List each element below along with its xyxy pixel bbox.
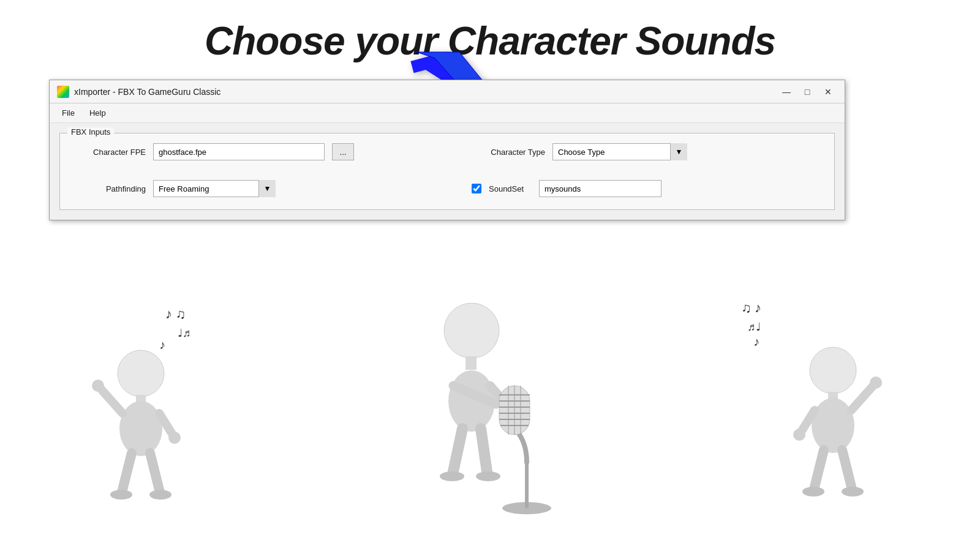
- svg-point-41: [812, 398, 854, 453]
- soundset-checkbox-wrapper: [472, 184, 481, 193]
- center-figure: [392, 282, 588, 514]
- minimize-button[interactable]: —: [777, 85, 796, 99]
- svg-point-35: [476, 471, 500, 481]
- svg-point-14: [149, 490, 172, 500]
- bottom-decoration: ♪ ♫ ♩♬ ♪: [0, 282, 980, 551]
- form-rows: Character FPE ... Pathfinding Free Roami…: [72, 143, 822, 197]
- right-figure-svg: ♫ ♪ ♬♩ ♪: [735, 282, 907, 514]
- svg-text:♬♩: ♬♩: [747, 321, 761, 333]
- window-body: FBX Inputs Character FPE ... Pathfinding: [50, 123, 845, 220]
- svg-point-49: [842, 487, 864, 497]
- character-type-row: Character Type Choose Type Enemy Friendl…: [472, 143, 822, 160]
- window-titlebar: xImporter - FBX To GameGuru Classic — □ …: [50, 80, 845, 103]
- svg-point-15: [444, 303, 499, 358]
- svg-point-8: [92, 380, 104, 392]
- browse-button[interactable]: ...: [332, 143, 354, 160]
- svg-line-11: [123, 453, 132, 490]
- svg-point-39: [810, 347, 856, 394]
- left-figure-svg: ♪ ♫ ♩♬ ♪: [74, 282, 245, 514]
- character-type-label: Character Type: [472, 148, 545, 157]
- svg-text:♪: ♪: [159, 338, 165, 351]
- window-controls: — □ ✕: [777, 85, 837, 99]
- svg-text:♫ ♪: ♫ ♪: [741, 300, 761, 315]
- svg-line-48: [842, 450, 851, 487]
- soundset-label: SoundSet: [489, 184, 532, 193]
- svg-rect-21: [525, 462, 529, 508]
- window-title-section: xImporter - FBX To GameGuru Classic: [57, 86, 221, 98]
- menu-file[interactable]: File: [55, 106, 82, 120]
- application-window: xImporter - FBX To GameGuru Classic — □ …: [49, 80, 845, 220]
- svg-line-32: [453, 429, 462, 471]
- maximize-button[interactable]: □: [798, 85, 816, 99]
- window-app-icon: [57, 86, 69, 98]
- character-type-select-wrapper: Choose Type Enemy Friendly Neutral ▼: [552, 143, 687, 160]
- svg-point-6: [119, 401, 162, 456]
- svg-text:♪ ♫: ♪ ♫: [165, 306, 186, 321]
- window-title-text: xImporter - FBX To GameGuru Classic: [74, 87, 221, 97]
- svg-text:♩♬: ♩♬: [178, 327, 191, 339]
- menu-help[interactable]: Help: [82, 106, 113, 120]
- svg-point-10: [168, 432, 181, 444]
- svg-point-47: [802, 487, 824, 497]
- left-column: Character FPE ... Pathfinding Free Roami…: [72, 143, 423, 197]
- soundset-checkbox[interactable]: [472, 184, 481, 193]
- soundset-input[interactable]: [539, 180, 662, 197]
- page-title: Choose your Character Sounds: [0, 0, 980, 64]
- right-figure: ♫ ♪ ♬♩ ♪: [735, 282, 907, 514]
- svg-rect-16: [466, 356, 477, 370]
- svg-point-4: [118, 350, 164, 397]
- close-button[interactable]: ✕: [819, 85, 837, 99]
- pathfinding-select[interactable]: Free Roaming Waypoints Static: [153, 180, 276, 197]
- character-fpe-input[interactable]: [153, 143, 325, 160]
- svg-point-33: [440, 471, 464, 481]
- right-column: Character Type Choose Type Enemy Friendl…: [423, 143, 822, 197]
- pathfinding-row: Pathfinding Free Roaming Waypoints Stati…: [72, 180, 423, 197]
- character-fpe-label: Character FPE: [72, 148, 146, 157]
- svg-point-43: [870, 377, 882, 389]
- fbx-inputs-group: FBX Inputs Character FPE ... Pathfinding: [59, 133, 835, 210]
- svg-point-12: [110, 490, 132, 500]
- fbx-inputs-legend: FBX Inputs: [67, 127, 114, 137]
- pathfinding-select-wrapper: Free Roaming Waypoints Static ▼: [153, 180, 276, 197]
- character-fpe-row: Character FPE ...: [72, 143, 423, 160]
- svg-line-34: [481, 429, 487, 471]
- left-figure: ♪ ♫ ♩♬ ♪: [74, 282, 245, 514]
- character-type-select[interactable]: Choose Type Enemy Friendly Neutral: [552, 143, 687, 160]
- pathfinding-label: Pathfinding: [72, 184, 146, 193]
- svg-point-45: [793, 429, 805, 441]
- center-figure-svg: [392, 282, 588, 514]
- svg-text:♪: ♪: [753, 335, 760, 348]
- soundset-row: SoundSet: [472, 180, 822, 197]
- menu-bar: File Help: [50, 103, 845, 123]
- svg-line-46: [815, 450, 824, 487]
- svg-line-13: [150, 453, 159, 490]
